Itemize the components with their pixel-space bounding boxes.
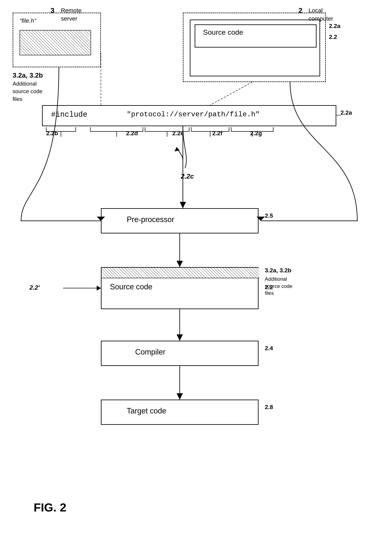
svg-marker-7: [176, 393, 183, 400]
include-text: #include: [51, 110, 87, 119]
label-2-2-prime: 2.2': [29, 284, 40, 291]
hatched-box-source: [102, 268, 259, 278]
label-2-2-lower: 2.2: [265, 284, 273, 291]
brace-label-2-2e: 2.2e: [172, 130, 184, 137]
label-2-8: 2.8: [265, 404, 273, 410]
target-code-box: Target code: [101, 400, 259, 425]
local-computer-inner: Source code: [190, 20, 320, 76]
label-additional-files-top: Additionalsource codefiles: [13, 80, 42, 103]
svg-marker-17: [175, 147, 180, 151]
preprocessor-label: Pre-processor: [127, 215, 174, 224]
svg-marker-5: [176, 334, 183, 341]
brace-label-2-2d: 2.2d: [126, 130, 138, 137]
fig-label: FIG. 2: [34, 501, 66, 514]
svg-marker-3: [176, 261, 183, 267]
brace-label-2-2b: 2.2b: [46, 130, 58, 137]
preprocessor-box: Pre-processor: [101, 208, 259, 233]
label-2-2a-top: 2.2a: [329, 23, 341, 29]
include-protocol-text: "protocol://server/path/file.h": [127, 110, 260, 118]
label-local-computer-num: 2: [299, 6, 302, 14]
source-code-text-lower: Source code: [110, 283, 152, 291]
hatched-box-top: [20, 30, 91, 55]
label-2-2-top: 2.2: [329, 34, 337, 40]
brace-label-2-2g: 2.2g: [250, 130, 262, 137]
label-3-2a-3-2b-top: 3.2a, 3.2b: [13, 71, 43, 79]
compiler-label: Compiler: [135, 348, 165, 356]
label-2-2c: 2.2c: [181, 172, 194, 180]
local-computer-outer: Source code: [183, 13, 326, 82]
source-code-label-top: Source code: [203, 28, 243, 36]
label-local-computer-text: Localcomputer: [308, 6, 333, 23]
target-code-label: Target code: [127, 407, 166, 415]
svg-line-9: [210, 82, 252, 105]
label-2-2a-include: 2.2a: [341, 109, 352, 116]
source-code-box-lower: Source code: [101, 267, 259, 309]
label-remote-server-text: Remoteserver: [61, 6, 82, 23]
file-h-label: "file.h": [20, 17, 36, 24]
remote-server-box: "file.h": [13, 13, 101, 67]
svg-marker-19: [97, 286, 101, 291]
label-3-2a-3-2b-lower: 3.2a, 3.2b: [265, 267, 291, 274]
label-remote-server-num: 3: [50, 6, 55, 14]
include-box: #include "protocol://server/path/file.h": [42, 105, 336, 126]
brace-label-2-2f: 2.2f: [212, 130, 222, 137]
diagram: "file.h" 3 Remoteserver Source code 2 Lo…: [0, 0, 392, 551]
label-2-4: 2.4: [265, 345, 273, 352]
label-2-5: 2.5: [265, 212, 273, 219]
compiler-box: Compiler: [101, 341, 259, 366]
svg-marker-1: [180, 202, 186, 208]
